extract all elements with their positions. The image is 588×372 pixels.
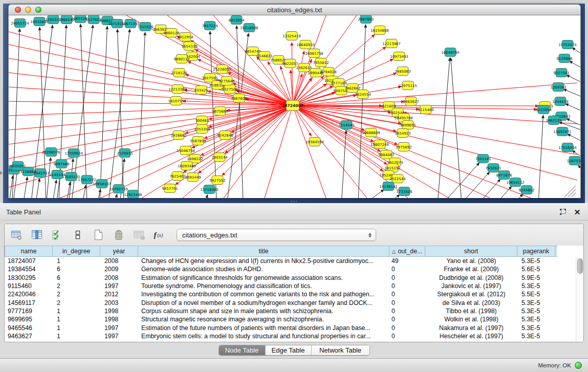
graph-node[interactable]: 16782759 [110, 185, 128, 193]
graph-node[interactable]: 15046758 [177, 146, 195, 155]
graph-node[interactable]: 18640910 [296, 40, 315, 49]
graph-node[interactable]: 9899695 [400, 121, 416, 129]
column-header-short[interactable]: short [425, 246, 517, 256]
graph-node[interactable]: 12923446 [124, 190, 142, 199]
graph-node[interactable]: 17016504 [558, 143, 577, 152]
graph-node[interactable]: 9884067 [378, 150, 394, 159]
graph-node[interactable]: 7351141 [475, 155, 491, 163]
table-row[interactable]: 1938455462009Genome-wide association stu… [5, 265, 583, 273]
graph-node[interactable]: 7625402 [169, 172, 185, 181]
graph-node[interactable]: 12213967 [382, 39, 401, 48]
show-columns-button[interactable] [30, 228, 43, 242]
graph-node[interactable]: 7857224 [202, 21, 218, 30]
new-table-button[interactable] [92, 228, 105, 242]
graph-node[interactable]: 6794028 [320, 68, 336, 76]
function-builder-button[interactable]: f(x) [153, 228, 166, 242]
table-scrollbar[interactable] [576, 257, 583, 342]
graph-node[interactable]: 15751074 [558, 40, 577, 49]
network-view-window[interactable]: citations_edges.txt 25226053392750581863… [8, 4, 581, 198]
graph-node[interactable]: 9890112 [173, 55, 189, 63]
graph-node[interactable]: 9242848 [217, 131, 233, 140]
graph-node[interactable]: 14138141 [379, 182, 398, 191]
graph-node[interactable]: 5912954 [177, 33, 193, 41]
graph-node[interactable]: 433425 [194, 86, 208, 95]
graph-node[interactable]: 2867608 [231, 94, 247, 103]
graph-node[interactable]: 10688609 [362, 128, 380, 137]
graph-node[interactable]: 1654923 [395, 129, 410, 138]
graph-node[interactable]: 1353359 [194, 125, 210, 134]
graph-node[interactable]: 19384554 [306, 138, 324, 146]
column-header-name[interactable]: name [5, 246, 53, 256]
graph-node[interactable]: 1514545 [338, 121, 354, 129]
network-window-titlebar[interactable]: citations_edges.txt [8, 4, 581, 15]
graph-node[interactable]: 1167533 [567, 157, 580, 165]
column-header-pagerank[interactable]: pagerank [517, 246, 555, 256]
graph-node[interactable]: 1975692 [396, 143, 411, 151]
table-settings-button[interactable] [10, 228, 23, 242]
tab-network-table[interactable]: Network Table [312, 345, 369, 355]
graph-node[interactable]: 24055724 [11, 19, 29, 28]
graph-node[interactable]: 1244419 [552, 97, 568, 106]
graph-node[interactable]: 5587834 [190, 137, 206, 145]
graph-node[interactable]: 9327508 [222, 85, 237, 94]
table-row[interactable]: 1872400712008Changes of HCN gene express… [5, 257, 583, 265]
tab-node-table[interactable]: Node Table [219, 345, 266, 355]
graph-node[interactable]: 8215958 [535, 105, 551, 114]
graph-node[interactable]: 7485063 [395, 67, 410, 76]
delete-table-button[interactable] [112, 228, 125, 242]
select-columns-button[interactable] [51, 228, 64, 242]
graph-node[interactable]: 1209387 [550, 83, 566, 92]
graph-node[interactable]: 7515526 [137, 23, 154, 31]
graph-node[interactable]: 1916682 [170, 131, 186, 140]
window-resize-grip[interactable] [564, 186, 576, 197]
graph-node[interactable]: 7632621 [485, 164, 501, 172]
graph-node[interactable]: 9245652 [518, 186, 534, 194]
graph-node[interactable]: 1810755 [168, 97, 184, 105]
graph-node[interactable]: 1654339 [181, 42, 197, 51]
graph-node[interactable]: 9115460 [418, 105, 433, 114]
tab-edge-table[interactable]: Edge Table [266, 345, 312, 355]
graph-node[interactable]: 7955812 [313, 58, 329, 67]
table-row[interactable]: 946554611997Estimation of the future num… [5, 323, 583, 332]
graph-node[interactable]: 12975115 [399, 81, 417, 90]
scrollbar-thumb[interactable] [577, 258, 583, 274]
graph-node[interactable]: 9097588 [53, 160, 69, 168]
graph-node[interactable]: 9463627 [403, 97, 419, 106]
row-height-button[interactable] [71, 228, 84, 242]
graph-node[interactable]: 20206576 [42, 148, 60, 157]
table-row[interactable]: 977716911998Corpus callosum shape and si… [5, 307, 583, 315]
graph-node[interactable]: 1635051 [10, 162, 26, 170]
network-canvas[interactable]: 2522605339275058186328433425932750892756… [8, 15, 581, 198]
graph-node[interactable]: 16154808 [371, 26, 389, 35]
graph-node[interactable]: 2520655 [117, 149, 133, 158]
table-row[interactable]: 946362711997Embryonic stem cells: a mode… [5, 332, 583, 340]
table-row[interactable]: 1456911722003Disruption of a novel membe… [5, 298, 583, 307]
graph-node[interactable]: 9457791 [162, 184, 178, 193]
table-row[interactable]: 911546021997Tourette syndrome. Phenomeno… [5, 282, 583, 290]
column-header-title[interactable]: title [138, 246, 389, 256]
graph-node[interactable]: 5875685 [212, 107, 228, 116]
graph-node[interactable]: 13325419 [282, 32, 301, 40]
graph-node[interactable]: 300461 [195, 116, 209, 125]
graph-node[interactable]: 16648784 [441, 48, 460, 57]
citation-graph[interactable]: 2522605339275058186328433425932750892756… [9, 15, 580, 198]
delete-column-button[interactable] [133, 228, 146, 242]
graph-node[interactable]: 2687682 [358, 15, 374, 24]
table-row[interactable]: 969969511998Structural magnetic resonanc… [5, 315, 583, 323]
graph-node[interactable]: 1733426 [396, 187, 412, 196]
network-table-selector[interactable]: citations_edges.txt [177, 229, 376, 241]
split-pane-handle[interactable] [290, 201, 298, 203]
table-row[interactable]: 2242004622012Investigating the contribut… [5, 290, 583, 298]
graph-node[interactable]: 9275646 [219, 77, 235, 85]
column-header-year[interactable]: year [100, 246, 138, 256]
column-header-out_de[interactable]: △out_de... [389, 246, 425, 256]
float-panel-button[interactable] [558, 207, 568, 216]
memory-status-icon[interactable] [575, 362, 582, 369]
graph-node[interactable]: 8813054 [228, 16, 245, 25]
graph-node[interactable]: 1691449 [185, 173, 201, 182]
column-header-in_degree[interactable]: in_degree [53, 246, 100, 256]
graph-node[interactable]: 3824554 [355, 90, 371, 99]
graph-node[interactable]: 12213369 [168, 85, 187, 94]
graph-node[interactable]: 16961758 [305, 49, 323, 58]
graph-node[interactable]: 8471676 [496, 171, 512, 180]
